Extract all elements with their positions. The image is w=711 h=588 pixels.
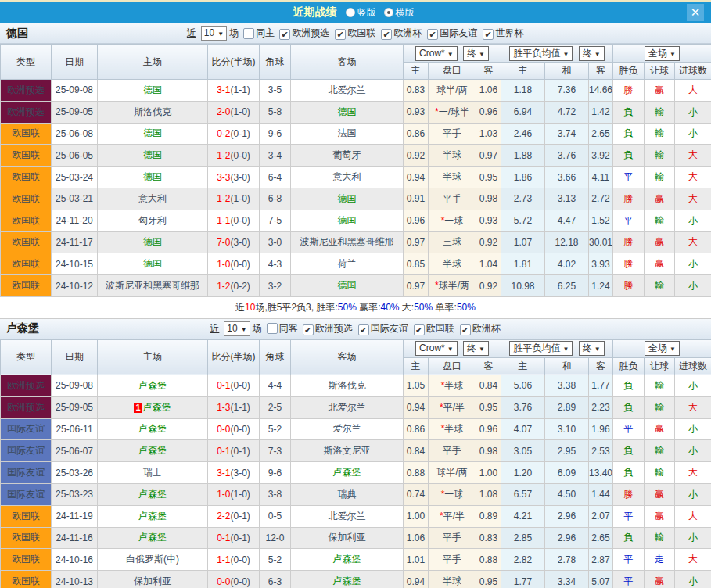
close-button[interactable]: ✕ <box>687 4 704 21</box>
odds-company-select[interactable]: Crow*▼ <box>415 341 458 356</box>
home-team: 斯洛伐克 <box>98 101 208 123</box>
league-label: 国际友谊 <box>440 27 477 38</box>
same-venue-checkbox[interactable] <box>243 28 254 39</box>
mean-away: 3.92 <box>589 145 613 167</box>
mean-home: 1.07 <box>501 231 545 253</box>
match-row: 欧国联24-10-15德国1-0(0-0)4-3荷兰0.85半球1.041.81… <box>1 253 711 275</box>
home-team: 德国 <box>98 231 208 253</box>
away-team: 斯洛文尼亚 <box>291 440 404 462</box>
score-cell: 1-2(0-2) <box>208 275 260 297</box>
corner-count: 0-5 <box>260 505 291 527</box>
mean-final-select[interactable]: 终▼ <box>579 341 605 356</box>
halftime-score: (0-0) <box>231 215 250 226</box>
mean-away: 3.93 <box>589 253 613 275</box>
mean-draw: 3.13 <box>545 188 589 210</box>
league-type-badge: 欧洲预选 <box>1 80 52 102</box>
league-type-badge: 欧国联 <box>1 188 52 210</box>
col-score: 比分(半场) <box>208 45 260 80</box>
mean-home: 2.46 <box>501 123 545 145</box>
home-team-name: 德国 <box>143 127 162 138</box>
away-team: 北爱尔兰 <box>291 505 404 527</box>
handicap-line: *球半/两 <box>429 275 476 297</box>
score-cell: 1-0(1-0) <box>208 483 260 505</box>
match-date: 25-09-08 <box>52 375 98 396</box>
near-label: 近 <box>210 322 219 335</box>
league-checkbox[interactable] <box>335 29 346 40</box>
result-handicap: 赢 <box>645 231 675 253</box>
match-row: 欧国联24-10-16白俄罗斯(中)1-1(0-0)5-2卢森堡1.01平手0.… <box>1 549 711 571</box>
home-team: 卢森堡 <box>98 483 208 505</box>
league-type-badge: 欧国联 <box>1 231 52 253</box>
layout-radio-vertical[interactable]: 竖版 <box>346 6 376 20</box>
mean-away: 2.53 <box>589 440 613 462</box>
league-checkbox[interactable] <box>381 29 392 40</box>
near-label: 近 <box>187 27 196 40</box>
league-type-badge: 欧国联 <box>1 253 52 275</box>
handicap-line: 平手 <box>429 549 476 571</box>
mean-select[interactable]: 胜平负均值▼ <box>509 46 573 61</box>
halftime-score: (3-0) <box>231 237 250 248</box>
layout-radio-horizontal[interactable]: 横版 <box>384 6 415 20</box>
fulltime-score: 2-0 <box>217 106 230 117</box>
corner-count: 4-3 <box>260 253 291 275</box>
corner-count: 3-4 <box>260 145 291 167</box>
odds-final-select[interactable]: 终▼ <box>463 46 489 61</box>
league-checkbox[interactable] <box>303 324 314 335</box>
same-venue-checkbox[interactable] <box>267 323 278 334</box>
league-checkbox[interactable] <box>483 29 494 40</box>
halftime-score: (0-0) <box>231 424 250 435</box>
radio-horizontal-icon[interactable] <box>384 8 393 17</box>
result-handicap: 輸 <box>645 275 675 297</box>
fullmatch-select[interactable]: 全场▼ <box>645 46 680 61</box>
league-checkbox[interactable] <box>460 324 471 335</box>
match-count-select[interactable]: 10▼ <box>224 321 250 336</box>
score-cell: 2-0(1-0) <box>208 101 260 123</box>
matches-table: 类型 日期 主场 比分(半场) 角球 客场 Crow*▼ 终▼ 胜平负均值▼ 终… <box>0 339 711 588</box>
fulltime-score: 0-0 <box>217 576 230 587</box>
match-row: 欧国联24-11-20匈牙利1-1(0-0)7-5德国0.96*一球0.935.… <box>1 210 711 231</box>
match-row: 欧洲预选25-09-051卢森堡1-3(1-1)2-5北爱尔兰0.94*平/半0… <box>1 396 711 418</box>
home-team-name: 意大利 <box>138 193 167 204</box>
home-team-name: 德国 <box>143 258 162 269</box>
corner-count: 5-2 <box>260 549 291 571</box>
result-handicap: 赢 <box>645 188 675 210</box>
mean-draw: 7.36 <box>545 80 589 102</box>
fullmatch-select[interactable]: 全场▼ <box>645 341 680 356</box>
result-handicap: 輸 <box>645 101 675 123</box>
halftime-score: (1-1) <box>231 402 250 413</box>
odds-final-select[interactable]: 终▼ <box>463 341 489 356</box>
home-team-name: 斯洛伐克 <box>134 106 171 117</box>
home-team: 卢森堡 <box>98 375 208 396</box>
league-checkbox[interactable] <box>358 324 369 335</box>
league-checkbox[interactable] <box>414 324 425 335</box>
corner-count: 9-6 <box>260 462 291 484</box>
result-winloss: 負 <box>613 101 645 123</box>
league-type-badge: 欧国联 <box>1 505 52 527</box>
summary-segment: 50% <box>338 302 357 313</box>
match-count-select[interactable]: 10▼ <box>201 26 227 41</box>
corner-count: 4-4 <box>260 375 291 396</box>
result-goals: 大 <box>675 549 711 571</box>
mean-home: 3.76 <box>501 396 545 418</box>
odds-group-header: Crow*▼ 终▼ <box>404 339 501 357</box>
mean-home: 1.20 <box>501 462 545 484</box>
result-goals: 小 <box>675 253 711 275</box>
league-checkbox[interactable] <box>427 29 438 40</box>
odds-company-select[interactable]: Crow*▼ <box>415 46 458 61</box>
mean-select[interactable]: 胜平负均值▼ <box>509 341 573 356</box>
radio-vertical-label: 竖版 <box>357 6 376 20</box>
away-team: 北爱尔兰 <box>291 80 404 102</box>
fulltime-score: 1-0 <box>217 489 230 500</box>
result-winloss: 負 <box>613 396 645 418</box>
league-label: 欧国联 <box>347 27 375 38</box>
mean-final-select[interactable]: 终▼ <box>579 46 605 61</box>
handicap-line: 三球 <box>429 231 476 253</box>
home-team-name: 保加利亚 <box>134 575 171 586</box>
mean-draw: 2.96 <box>545 505 589 527</box>
radio-vertical-icon[interactable] <box>346 8 355 17</box>
match-row: 国际友谊25-06-11卢森堡0-0(0-0)5-2爱尔兰0.86*半球0.96… <box>1 418 711 440</box>
league-checkbox[interactable] <box>279 29 290 40</box>
home-team: 波斯尼亚和黑塞哥维那 <box>98 275 208 297</box>
fulltime-score: 0-1 <box>217 532 230 543</box>
match-row: 国际友谊25-06-07卢森堡0-1(0-1)7-3斯洛文尼亚0.84平手0.9… <box>1 440 711 462</box>
